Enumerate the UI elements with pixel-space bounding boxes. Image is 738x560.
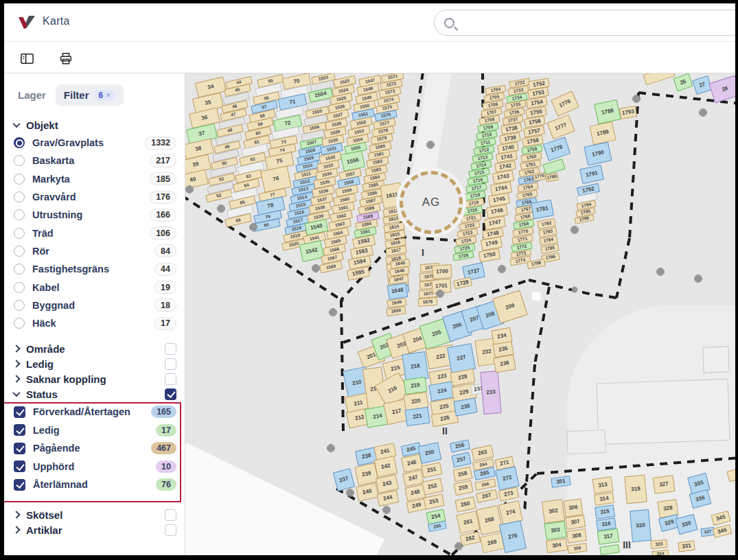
map-plot-233[interactable]: 233 xyxy=(480,371,501,415)
map-plot-1542[interactable]: 1542 xyxy=(299,240,325,263)
map-plot-1780[interactable]: 1780 xyxy=(545,172,559,182)
radio-button[interactable] xyxy=(14,282,25,293)
map-plot-76[interactable]: 76 xyxy=(260,165,292,193)
section-saknar-koppling[interactable]: Saknar koppling xyxy=(0,371,185,386)
map-plot-262[interactable]: 262 xyxy=(460,531,481,546)
status-item-ledig[interactable]: Ledig17 xyxy=(0,421,185,440)
map-plot-302[interactable]: 302 xyxy=(542,499,565,524)
section-checkbox[interactable] xyxy=(165,388,176,400)
status-item-förverkad-återtagen[interactable]: Förverkad/Återtagen165 xyxy=(0,403,185,421)
map-plot-230[interactable]: 230 xyxy=(453,397,477,416)
map-plot-1678[interactable]: 1678 xyxy=(418,297,438,307)
radio-button[interactable] xyxy=(14,246,25,257)
section-ledig[interactable]: Ledig xyxy=(0,356,185,371)
section-checkbox[interactable] xyxy=(165,373,176,385)
map-plot-1788[interactable]: 1788 xyxy=(594,100,621,124)
map-plot-1778[interactable]: 1778 xyxy=(543,137,571,161)
status-checkbox[interactable] xyxy=(14,406,25,418)
map-plot-327[interactable]: 327 xyxy=(652,475,675,494)
section-skötsel[interactable]: Skötsel xyxy=(0,507,185,522)
radio-button[interactable] xyxy=(14,264,25,275)
section-checkbox[interactable] xyxy=(165,524,176,536)
status-item-upphörd[interactable]: Upphörd10 xyxy=(0,458,185,476)
status-checkbox[interactable] xyxy=(14,460,25,472)
sidebar-item-h-ck[interactable]: Häck17 xyxy=(0,314,185,332)
map-plot-28[interactable]: 28 xyxy=(708,75,738,104)
print-button[interactable] xyxy=(57,49,75,67)
sidebar-item-utrustning[interactable]: Utrustning166 xyxy=(0,206,185,224)
filter-clear-icon[interactable]: × xyxy=(106,91,111,100)
radio-button[interactable] xyxy=(14,137,25,148)
map-plot-236[interactable]: 236 xyxy=(493,355,516,373)
map-plot-250[interactable]: 250 xyxy=(418,442,442,464)
map-plot-1650[interactable]: 1650 xyxy=(386,306,406,316)
tab-filter[interactable]: Filter 6 × xyxy=(56,84,124,106)
map-plot-1728[interactable]: 1728 xyxy=(453,277,472,289)
map-plot-319[interactable]: 319 xyxy=(624,475,647,504)
sidebar-item-tr-d[interactable]: Träd106 xyxy=(0,224,185,242)
section-checkbox[interactable] xyxy=(165,343,176,355)
map-plot-1790[interactable]: 1790 xyxy=(584,142,612,166)
map-plot-324[interactable]: 324 xyxy=(652,550,669,558)
map-plot-260[interactable]: 260 xyxy=(454,496,476,512)
map-plot-266[interactable]: 266 xyxy=(474,478,496,491)
radio-button[interactable] xyxy=(14,191,25,202)
map-plot-1556[interactable]: 1556 xyxy=(341,150,366,172)
search-input[interactable] xyxy=(460,12,738,33)
map-plot-1777[interactable]: 1777 xyxy=(546,115,575,139)
map-plot[interactable] xyxy=(643,73,676,85)
status-item-pågående[interactable]: Pågående467 xyxy=(0,439,185,458)
map-plot-256[interactable]: 256 xyxy=(450,439,470,453)
sidebar-item-markyta[interactable]: Markyta185 xyxy=(0,170,185,188)
map-plot-323[interactable]: 323 xyxy=(651,539,668,549)
map-plot-1789[interactable]: 1789 xyxy=(589,121,616,145)
map-plot-259[interactable]: 259 xyxy=(453,480,473,495)
map-plot-1750[interactable]: 1750 xyxy=(478,248,500,263)
map-plot-308[interactable]: 308 xyxy=(566,528,587,544)
map-plot-253[interactable]: 253 xyxy=(423,493,444,509)
tab-lager[interactable]: Lager xyxy=(11,84,53,106)
map-plot-304[interactable]: 304 xyxy=(546,538,568,553)
panel-toggle-button[interactable] xyxy=(18,49,36,67)
map-plot-1781[interactable]: 1781 xyxy=(531,200,554,220)
section-omr-de[interactable]: Område xyxy=(0,341,185,356)
map-plot-257[interactable]: 257 xyxy=(451,452,471,467)
sidebar-item-r-r[interactable]: Rör84 xyxy=(0,242,185,260)
map-plot-26[interactable]: 26 xyxy=(673,73,693,91)
section-status[interactable]: Status xyxy=(0,386,185,401)
status-checkbox[interactable] xyxy=(14,443,25,454)
sidebar-item-fastighetsgr-ns[interactable]: Fastighetsgräns44 xyxy=(0,260,185,278)
map-canvas[interactable]: 3435363738394044454647484950515255565758… xyxy=(185,73,738,560)
map-plot-317[interactable]: 317 xyxy=(597,528,619,545)
map-plot-1700[interactable]: 1700 xyxy=(432,264,452,279)
status-item-återlämnad[interactable]: Återlämnad76 xyxy=(0,476,185,494)
map-plot-240[interactable]: 240 xyxy=(356,482,379,502)
radio-button[interactable] xyxy=(14,155,25,166)
map-plot-313[interactable]: 313 xyxy=(592,476,614,494)
section-checkbox[interactable] xyxy=(165,509,176,521)
map-plot-320[interactable]: 320 xyxy=(630,509,651,542)
sidebar-item-grav-gravplats[interactable]: Grav/Gravplats1332 xyxy=(0,134,185,152)
map-plot-303[interactable]: 303 xyxy=(544,521,566,540)
sidebar-item-gravv-rd[interactable]: Gravvård176 xyxy=(0,188,185,206)
map-plot-267[interactable]: 267 xyxy=(476,489,498,503)
map-plot-306[interactable]: 306 xyxy=(563,498,583,517)
sidebar-item-kabel[interactable]: Kabel19 xyxy=(0,278,185,296)
radio-button[interactable] xyxy=(14,318,25,329)
map-plot-1793[interactable]: 1793 xyxy=(619,106,637,119)
status-checkbox[interactable] xyxy=(14,424,25,436)
radio-button[interactable] xyxy=(14,174,25,185)
status-checkbox[interactable] xyxy=(14,479,25,491)
map-plot-1791[interactable]: 1791 xyxy=(579,165,604,184)
section-checkbox[interactable] xyxy=(165,358,176,370)
radio-button[interactable] xyxy=(14,228,25,239)
objekt-header[interactable]: Objekt xyxy=(0,116,185,134)
sidebar-item-baskarta[interactable]: Baskarta217 xyxy=(0,152,185,170)
map-plot-221[interactable]: 221 xyxy=(404,407,430,426)
radio-button[interactable] xyxy=(14,300,25,311)
map-plot-307[interactable]: 307 xyxy=(565,515,586,530)
map-plot-1776[interactable]: 1776 xyxy=(551,91,579,117)
map-plot-251[interactable]: 251 xyxy=(421,462,442,478)
map-plot-1775[interactable]: 1775 xyxy=(533,172,546,181)
search-bar[interactable] xyxy=(434,10,738,36)
